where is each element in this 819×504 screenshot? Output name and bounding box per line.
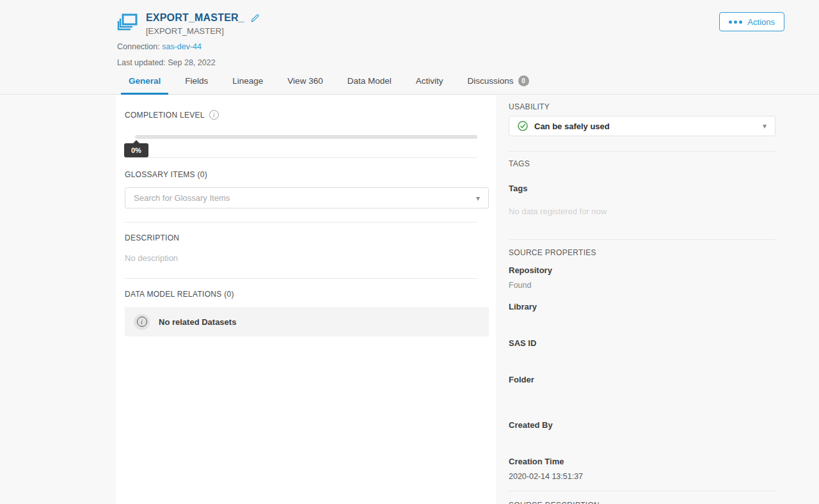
- property-row-repository: Repository Found: [509, 265, 775, 294]
- usability-value: Can be safely used: [534, 122, 763, 131]
- tab-fields[interactable]: Fields: [177, 75, 216, 94]
- info-circle-icon: i: [134, 314, 150, 330]
- property-value: [509, 354, 775, 366]
- property-value: [509, 317, 775, 330]
- property-label: SAS ID: [509, 338, 775, 348]
- page-title: EXPORT_MASTER_: [146, 12, 244, 24]
- edit-pencil-icon[interactable]: [250, 13, 260, 23]
- property-row-creation-time: Creation Time 2020-02-14 13:51:37: [509, 457, 775, 485]
- property-label: Creation Time: [509, 457, 775, 466]
- tab-discussions[interactable]: Discussions 0: [459, 75, 536, 94]
- page-header: EXPORT_MASTER_ [EXPORT_MASTER] Connectio…: [0, 0, 819, 95]
- check-circle-icon: [518, 121, 528, 131]
- property-label: Folder: [509, 375, 775, 384]
- description-heading: DESCRIPTION: [125, 223, 489, 242]
- no-related-datasets-box: i No related Datasets: [125, 307, 489, 336]
- tab-lineage[interactable]: Lineage: [225, 75, 271, 94]
- progress-track: [135, 135, 477, 139]
- glossary-search-select[interactable]: Search for Glossary Items ▾: [125, 187, 489, 209]
- connection-label: Connection:: [117, 42, 162, 51]
- chevron-down-icon: ▾: [763, 122, 767, 130]
- main-content: COMPLETION LEVEL i 0% GLOSSARY ITEMS (0)…: [116, 95, 496, 504]
- completion-progress: 0%: [135, 135, 477, 139]
- glossary-search-placeholder: Search for Glossary Items: [134, 193, 476, 203]
- usability-select[interactable]: Can be safely used ▾: [509, 116, 775, 136]
- property-label: Library: [509, 302, 775, 311]
- dataset-icon: [117, 13, 138, 31]
- source-description-heading: SOURCE DESCRIPTION: [509, 491, 775, 504]
- details-sidebar: USABILITY Can be safely used ▾ TAGS Tags…: [509, 95, 775, 504]
- tab-activity[interactable]: Activity: [408, 75, 451, 94]
- usability-heading: USABILITY: [509, 95, 775, 111]
- property-label: Created By: [509, 420, 775, 430]
- glossary-items-heading: GLOSSARY ITEMS (0): [125, 158, 489, 179]
- property-row-folder: Folder: [509, 375, 775, 412]
- last-updated: Last updated: Sep 28, 2022: [117, 58, 216, 67]
- tab-view-360[interactable]: View 360: [280, 75, 330, 94]
- discussions-count-badge: 0: [518, 75, 529, 86]
- property-value: Found: [509, 281, 775, 294]
- property-label: Repository: [509, 265, 775, 275]
- data-model-relations-heading: DATA MODEL RELATIONS (0): [125, 279, 489, 299]
- property-value: [509, 436, 775, 448]
- connection-link[interactable]: sas-dev-44: [162, 42, 202, 51]
- property-value: [509, 390, 775, 412]
- tags-label: Tags: [509, 184, 775, 193]
- property-value: 2020-02-14 13:51:37: [509, 472, 775, 485]
- property-row-sas-id: SAS ID: [509, 338, 775, 366]
- page-subtitle: [EXPORT_MASTER]: [146, 26, 260, 36]
- chevron-down-icon: ▾: [476, 194, 480, 202]
- no-related-datasets-text: No related Datasets: [159, 317, 236, 327]
- tags-empty-text: No data registered for now: [509, 207, 775, 216]
- title-block: EXPORT_MASTER_ [EXPORT_MASTER]: [117, 12, 260, 36]
- completion-level-heading: COMPLETION LEVEL i: [125, 95, 489, 120]
- property-row-library: Library: [509, 302, 775, 330]
- description-empty-text[interactable]: No description: [125, 253, 489, 263]
- info-icon[interactable]: i: [209, 110, 219, 120]
- tab-general[interactable]: General: [121, 75, 168, 94]
- actions-button-label: Actions: [747, 17, 775, 27]
- actions-button[interactable]: Actions: [719, 12, 784, 31]
- tab-bar: General Fields Lineage View 360 Data Mod…: [121, 75, 546, 94]
- property-row-created-by: Created By: [509, 420, 775, 448]
- tab-data-model[interactable]: Data Model: [340, 75, 399, 94]
- ellipsis-icon: [729, 20, 742, 24]
- progress-tooltip: 0%: [124, 143, 148, 157]
- connection-row: Connection: sas-dev-44: [117, 42, 202, 51]
- source-properties-heading: SOURCE PROPERTIES: [509, 240, 775, 257]
- tags-heading: TAGS: [509, 152, 775, 168]
